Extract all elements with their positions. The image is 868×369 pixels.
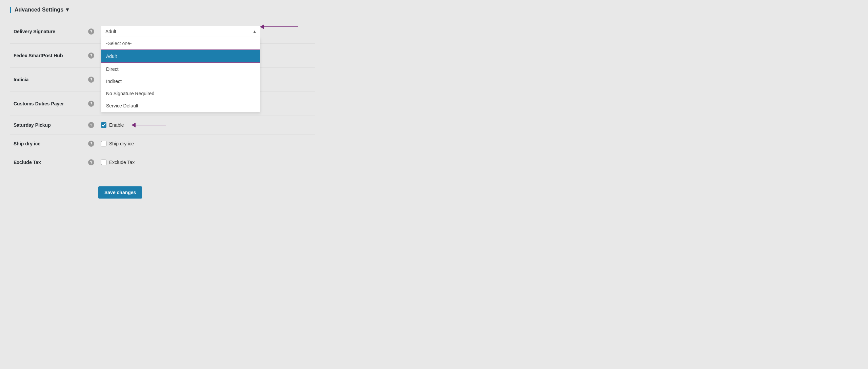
saturday-pickup-row: Saturday Pickup ? Enable — [10, 116, 315, 135]
delivery-signature-label: Delivery Signature — [10, 20, 85, 44]
dropdown-option-adult[interactable]: Adult — [101, 49, 260, 63]
delivery-signature-dropdown: -Select one- Adult Direct Indirect No Si… — [101, 37, 260, 112]
exclude-tax-checkbox-label: Exclude Tax — [109, 160, 135, 165]
ship-dry-ice-checkbox-wrapper: Ship dry ice — [101, 141, 312, 146]
dropdown-option-indirect[interactable]: Indirect — [101, 75, 260, 87]
ship-dry-ice-help-icon[interactable]: ? — [88, 141, 94, 147]
customs-duties-payer-help-cell: ? — [85, 92, 98, 116]
saturday-pickup-checkbox-label: Enable — [109, 122, 124, 128]
saturday-pickup-help-cell: ? — [85, 116, 98, 135]
delivery-signature-help-cell: ? — [85, 20, 98, 44]
page-container: Advanced Settings▼ Delivery Signature ? … — [10, 7, 315, 199]
arrow-line — [264, 26, 298, 27]
exclude-tax-help-icon[interactable]: ? — [88, 159, 94, 165]
indicia-help-cell: ? — [85, 68, 98, 92]
section-title-arrow: ▼ — [65, 7, 70, 13]
ship-dry-ice-checkbox[interactable] — [101, 141, 106, 146]
settings-table: Delivery Signature ? Adult ▲ -Select one… — [10, 20, 315, 171]
delivery-signature-selected-text: Adult — [105, 29, 116, 34]
fedex-smartpost-hub-help-cell: ? — [85, 44, 98, 68]
fedex-smartpost-hub-help-icon[interactable]: ? — [88, 53, 94, 59]
delivery-signature-select-display[interactable]: Adult ▲ — [101, 26, 260, 37]
exclude-tax-checkbox-wrapper: Exclude Tax — [101, 160, 312, 165]
saturday-arrow-line — [136, 125, 166, 125]
exclude-tax-checkbox[interactable] — [101, 160, 106, 165]
save-button-container: Save changes — [10, 180, 315, 199]
saturday-arrow-annotation — [132, 123, 166, 127]
section-title: Advanced Settings▼ — [10, 7, 315, 13]
indicia-help-icon[interactable]: ? — [88, 77, 94, 83]
ship-dry-ice-row: Ship dry ice ? Ship dry ice — [10, 135, 315, 153]
ship-dry-ice-control: Ship dry ice — [98, 135, 315, 153]
exclude-tax-help-cell: ? — [85, 153, 98, 172]
arrow-head-icon — [260, 24, 264, 29]
delivery-signature-control: Adult ▲ -Select one- Adult Direct Indire… — [98, 20, 315, 44]
exclude-tax-label: Exclude Tax — [10, 153, 85, 172]
section-title-text: Advanced Settings — [15, 7, 63, 13]
delivery-signature-help-icon[interactable]: ? — [88, 28, 94, 35]
delivery-signature-arrow-annotation — [260, 24, 298, 29]
saturday-pickup-help-icon[interactable]: ? — [88, 122, 94, 128]
dropdown-arrow-icon: ▲ — [252, 29, 257, 34]
customs-duties-payer-label: Customs Duties Payer — [10, 92, 85, 116]
saturday-arrow-head-icon — [132, 123, 136, 127]
delivery-signature-select-wrapper[interactable]: Adult ▲ -Select one- Adult Direct Indire… — [101, 26, 260, 37]
fedex-smartpost-hub-label: Fedex SmartPost Hub — [10, 44, 85, 68]
dropdown-option-service-default[interactable]: Service Default — [101, 100, 260, 112]
save-changes-button[interactable]: Save changes — [98, 186, 142, 199]
customs-duties-payer-help-icon[interactable]: ? — [88, 101, 94, 107]
saturday-pickup-control: Enable — [98, 116, 315, 135]
ship-dry-ice-label: Ship dry ice — [10, 135, 85, 153]
dropdown-option-no-signature[interactable]: No Signature Required — [101, 87, 260, 100]
ship-dry-ice-checkbox-label: Ship dry ice — [109, 141, 134, 146]
saturday-pickup-label: Saturday Pickup — [10, 116, 85, 135]
ship-dry-ice-help-cell: ? — [85, 135, 98, 153]
exclude-tax-control: Exclude Tax — [98, 153, 315, 172]
exclude-tax-row: Exclude Tax ? Exclude Tax — [10, 153, 315, 172]
dropdown-option-placeholder[interactable]: -Select one- — [101, 37, 260, 49]
saturday-pickup-checkbox[interactable] — [101, 122, 106, 128]
indicia-label: Indicia — [10, 68, 85, 92]
dropdown-option-direct[interactable]: Direct — [101, 63, 260, 75]
delivery-signature-row: Delivery Signature ? Adult ▲ -Select one… — [10, 20, 315, 44]
